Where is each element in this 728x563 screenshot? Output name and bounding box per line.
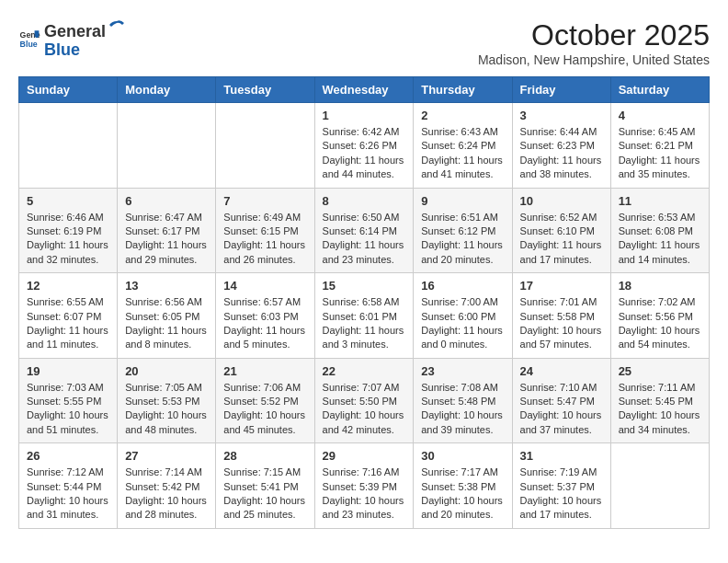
calendar-week-1: 5Sunrise: 6:46 AMSunset: 6:19 PMDaylight… (19, 188, 710, 273)
calendar-cell: 13Sunrise: 6:56 AMSunset: 6:05 PMDayligh… (118, 273, 216, 359)
calendar-cell: 1Sunrise: 6:42 AMSunset: 6:26 PMDaylight… (314, 103, 414, 189)
calendar-cell (118, 103, 216, 189)
day-number: 27 (125, 449, 208, 463)
day-info: Sunrise: 7:19 AMSunset: 5:37 PMDaylight:… (520, 465, 603, 523)
day-number: 28 (223, 449, 306, 463)
calendar-cell: 2Sunrise: 6:43 AMSunset: 6:24 PMDaylight… (414, 103, 512, 189)
day-number: 26 (27, 449, 109, 463)
day-info: Sunrise: 6:50 AMSunset: 6:14 PMDaylight:… (323, 211, 406, 268)
day-info: Sunrise: 7:07 AMSunset: 5:50 PMDaylight:… (323, 381, 406, 438)
logo-wave-icon (108, 18, 126, 37)
day-info: Sunrise: 7:16 AMSunset: 5:39 PMDaylight:… (323, 465, 406, 523)
calendar-week-0: 1Sunrise: 6:42 AMSunset: 6:26 PMDaylight… (19, 103, 710, 189)
day-number: 20 (125, 364, 208, 378)
calendar-cell: 22Sunrise: 7:07 AMSunset: 5:50 PMDayligh… (314, 358, 414, 443)
day-number: 15 (323, 279, 406, 293)
calendar-cell: 9Sunrise: 6:51 AMSunset: 6:12 PMDaylight… (414, 188, 512, 273)
day-number: 24 (520, 364, 603, 378)
logo-text: General Blue (44, 18, 126, 60)
day-info: Sunrise: 6:55 AMSunset: 6:07 PMDaylight:… (27, 295, 109, 352)
day-number: 23 (421, 364, 504, 378)
day-info: Sunrise: 7:08 AMSunset: 5:48 PMDaylight:… (421, 381, 504, 438)
day-info: Sunrise: 6:42 AMSunset: 6:26 PMDaylight:… (323, 125, 406, 182)
calendar-cell: 31Sunrise: 7:19 AMSunset: 5:37 PMDayligh… (512, 443, 610, 529)
calendar-cell: 4Sunrise: 6:45 AMSunset: 6:21 PMDaylight… (610, 103, 709, 189)
calendar-cell: 27Sunrise: 7:14 AMSunset: 5:42 PMDayligh… (118, 443, 216, 529)
day-info: Sunrise: 6:49 AMSunset: 6:15 PMDaylight:… (223, 211, 306, 268)
day-info: Sunrise: 6:46 AMSunset: 6:19 PMDaylight:… (27, 211, 109, 268)
svg-text:Blue: Blue (20, 40, 38, 49)
calendar-header-row: SundayMondayTuesdayWednesdayThursdayFrid… (19, 77, 710, 103)
calendar-cell: 17Sunrise: 7:01 AMSunset: 5:58 PMDayligh… (512, 273, 610, 359)
day-info: Sunrise: 6:51 AMSunset: 6:12 PMDaylight:… (421, 211, 504, 268)
day-number: 9 (421, 194, 504, 208)
calendar-cell: 19Sunrise: 7:03 AMSunset: 5:55 PMDayligh… (19, 358, 118, 443)
day-info: Sunrise: 7:14 AMSunset: 5:42 PMDaylight:… (125, 465, 208, 523)
day-info: Sunrise: 6:47 AMSunset: 6:17 PMDaylight:… (125, 211, 208, 268)
day-info: Sunrise: 6:44 AMSunset: 6:23 PMDaylight:… (520, 125, 603, 182)
calendar-cell: 29Sunrise: 7:16 AMSunset: 5:39 PMDayligh… (314, 443, 414, 529)
day-info: Sunrise: 6:45 AMSunset: 6:21 PMDaylight:… (619, 125, 701, 182)
day-info: Sunrise: 7:12 AMSunset: 5:44 PMDaylight:… (27, 465, 109, 523)
day-number: 6 (125, 194, 208, 208)
calendar-cell: 25Sunrise: 7:11 AMSunset: 5:45 PMDayligh… (610, 358, 709, 443)
day-number: 18 (619, 279, 701, 293)
day-number: 7 (223, 194, 306, 208)
day-info: Sunrise: 6:52 AMSunset: 6:10 PMDaylight:… (520, 211, 603, 268)
day-info: Sunrise: 7:03 AMSunset: 5:55 PMDaylight:… (27, 381, 109, 438)
day-number: 22 (323, 364, 406, 378)
day-number: 19 (27, 364, 109, 378)
calendar-table: SundayMondayTuesdayWednesdayThursdayFrid… (18, 76, 710, 529)
calendar-week-3: 19Sunrise: 7:03 AMSunset: 5:55 PMDayligh… (19, 358, 710, 443)
day-number: 4 (619, 109, 701, 122)
location-title: Madison, New Hampshire, United States (478, 52, 710, 67)
calendar-cell: 5Sunrise: 6:46 AMSunset: 6:19 PMDaylight… (19, 188, 118, 273)
day-info: Sunrise: 7:10 AMSunset: 5:47 PMDaylight:… (520, 381, 603, 438)
calendar-header-tuesday: Tuesday (216, 77, 314, 103)
day-info: Sunrise: 6:43 AMSunset: 6:24 PMDaylight:… (421, 125, 504, 182)
header: General Blue General Blue October 2025 M… (18, 18, 710, 67)
day-number: 12 (27, 279, 109, 293)
month-title: October 2025 (478, 18, 710, 52)
day-number: 11 (619, 194, 701, 208)
day-number: 29 (323, 449, 406, 463)
day-info: Sunrise: 6:53 AMSunset: 6:08 PMDaylight:… (619, 211, 701, 268)
calendar-header-friday: Friday (512, 77, 610, 103)
day-number: 2 (421, 109, 504, 122)
day-info: Sunrise: 7:05 AMSunset: 5:53 PMDaylight:… (125, 381, 208, 438)
calendar-cell: 23Sunrise: 7:08 AMSunset: 5:48 PMDayligh… (414, 358, 512, 443)
day-info: Sunrise: 7:01 AMSunset: 5:58 PMDaylight:… (520, 295, 603, 352)
day-info: Sunrise: 7:02 AMSunset: 5:56 PMDaylight:… (619, 295, 701, 352)
logo-general: General (44, 23, 106, 41)
calendar-cell: 18Sunrise: 7:02 AMSunset: 5:56 PMDayligh… (610, 273, 709, 359)
day-number: 16 (421, 279, 504, 293)
day-info: Sunrise: 7:15 AMSunset: 5:41 PMDaylight:… (223, 465, 306, 523)
calendar-cell: 30Sunrise: 7:17 AMSunset: 5:38 PMDayligh… (414, 443, 512, 529)
calendar-cell (19, 103, 118, 189)
title-area: October 2025 Madison, New Hampshire, Uni… (478, 18, 710, 67)
calendar-cell: 20Sunrise: 7:05 AMSunset: 5:53 PMDayligh… (118, 358, 216, 443)
calendar-week-2: 12Sunrise: 6:55 AMSunset: 6:07 PMDayligh… (19, 273, 710, 359)
day-number: 1 (323, 109, 406, 122)
calendar-header-saturday: Saturday (610, 77, 709, 103)
day-number: 25 (619, 364, 701, 378)
day-number: 14 (223, 279, 306, 293)
day-number: 30 (421, 449, 504, 463)
calendar-cell: 11Sunrise: 6:53 AMSunset: 6:08 PMDayligh… (610, 188, 709, 273)
day-info: Sunrise: 6:58 AMSunset: 6:01 PMDaylight:… (323, 295, 406, 352)
calendar-header-wednesday: Wednesday (314, 77, 414, 103)
logo-icon: General Blue (18, 28, 40, 50)
day-info: Sunrise: 7:11 AMSunset: 5:45 PMDaylight:… (619, 381, 701, 438)
day-info: Sunrise: 6:56 AMSunset: 6:05 PMDaylight:… (125, 295, 208, 352)
day-number: 31 (520, 449, 603, 463)
logo: General Blue General Blue (18, 18, 126, 60)
calendar-cell: 6Sunrise: 6:47 AMSunset: 6:17 PMDaylight… (118, 188, 216, 273)
day-number: 10 (520, 194, 603, 208)
day-number: 13 (125, 279, 208, 293)
calendar-header-sunday: Sunday (19, 77, 118, 103)
calendar-body: 1Sunrise: 6:42 AMSunset: 6:26 PMDaylight… (19, 103, 710, 529)
calendar-cell: 8Sunrise: 6:50 AMSunset: 6:14 PMDaylight… (314, 188, 414, 273)
day-info: Sunrise: 7:17 AMSunset: 5:38 PMDaylight:… (421, 465, 504, 523)
calendar-week-4: 26Sunrise: 7:12 AMSunset: 5:44 PMDayligh… (19, 443, 710, 529)
day-number: 8 (323, 194, 406, 208)
